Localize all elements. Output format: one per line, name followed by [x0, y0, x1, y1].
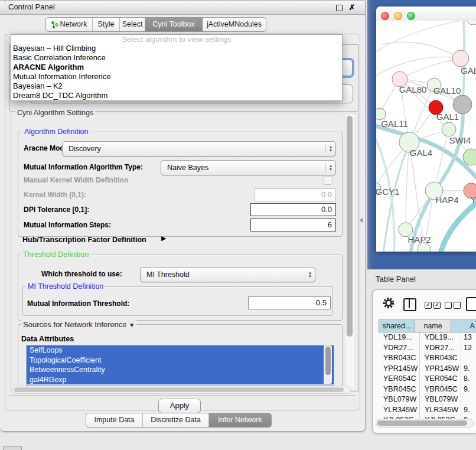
tab-label: Cyni Toolbox [152, 18, 194, 31]
column-header-name[interactable]: name [415, 320, 451, 332]
expand-right-icon[interactable]: ▶ [161, 234, 166, 242]
tab-label: Select [122, 18, 143, 31]
table-scrollbar-thumb[interactable] [377, 420, 467, 426]
deselect-all-columns-icon[interactable] [445, 300, 462, 309]
node-label-hap4: HAP4 [435, 195, 458, 205]
network-edge[interactable] [406, 142, 409, 230]
gear-icon[interactable] [382, 296, 395, 309]
mi-algorithm-type-value: Naive Bayes [161, 164, 325, 172]
dropdown-item-mutual-information-inference[interactable]: Mutual Information Inference [11, 72, 342, 81]
tab-cyni-toolbox[interactable]: Cyni Toolbox [145, 18, 203, 31]
attribute-item-betweennesscentrality[interactable]: BetweennessCentrality [27, 365, 334, 375]
node-label-swi4: SWI4 [449, 135, 471, 145]
control-panel-title: Control Panel [8, 2, 55, 11]
dropdown-item-bayesian-k2[interactable]: Bayesian – K2 [11, 81, 342, 91]
table-row[interactable]: YDL19...YDL19...13 [379, 332, 476, 343]
column-header-shared[interactable]: shared... [379, 320, 415, 332]
bottom-corner-widget[interactable] [3, 446, 22, 450]
table-row[interactable]: YPR145WYPR145W9. [379, 364, 476, 374]
attribute-item-gal4rgexp[interactable]: gal4RGexp [27, 375, 334, 385]
table-row[interactable]: YBR043CYBR043C [379, 353, 476, 364]
hub-definition-label[interactable]: Hub/Transcription Factor Definition [22, 236, 146, 244]
kernel-width-field[interactable]: 0.0 [254, 188, 336, 201]
mi-threshold-label: Mutual Information Threshold: [27, 299, 129, 308]
minimize-window-icon[interactable] [394, 12, 402, 20]
table-row[interactable]: YER054CYER054C8. [379, 374, 476, 384]
network-node-swi4[interactable] [463, 149, 476, 165]
float-panel-button[interactable] [334, 3, 344, 12]
table-row[interactable]: YLR345WYLR345W9. [379, 405, 476, 416]
sources-group-title[interactable]: Sources for Network Inference ▼ [21, 320, 136, 329]
tab-jactivemnodules[interactable]: jActiveMNodules [203, 18, 266, 31]
unchecked-box-icon [454, 302, 461, 309]
dropdown-item-bayesian-hill-climbing[interactable]: Bayesian – Hill Climbing [11, 44, 342, 53]
table-cell [461, 394, 476, 405]
checked-box-icon: ✓ [425, 302, 432, 309]
network-canvas[interactable]: GALGAL80GAL10GAL11GAL1SWI4GAL4GCY1HAP4YH… [376, 21, 476, 252]
table-row[interactable]: YDR27...YDR27...12 [379, 343, 476, 354]
columns-icon[interactable] [403, 298, 416, 311]
tab-style[interactable]: Style [93, 18, 120, 31]
network-edge[interactable] [382, 42, 461, 58]
manual-kernel-width-checkbox[interactable] [324, 176, 332, 185]
data-attributes-list[interactable]: SelfLoopsTopologicalCoefficientBetweenne… [26, 345, 334, 386]
data-attributes-label: Data Attributes [21, 335, 74, 343]
node-label-gal80: GAL80 [399, 84, 427, 94]
tab-select[interactable]: Select [120, 18, 145, 31]
attributes-scrollbar-thumb[interactable] [325, 347, 331, 375]
horizontal-scrollbar-thumb[interactable] [14, 387, 344, 392]
aracne-mode-combo[interactable]: Discovery ▲▼ [62, 141, 336, 156]
inner-panel-divider [9, 395, 356, 396]
attributes-list-scrollbar[interactable] [324, 345, 332, 384]
which-threshold-combo[interactable]: MI Threshold ▲▼ [140, 267, 315, 282]
settings-horizontal-scrollbar[interactable] [12, 386, 351, 394]
tab-infer-network[interactable]: Infer Network [209, 413, 271, 427]
zoom-window-icon[interactable] [407, 12, 415, 20]
mi-steps-field[interactable]: 6 [250, 219, 336, 231]
dropdown-item-aracne-algorithm[interactable]: ARACNE Algorithm [11, 63, 342, 72]
aracne-mode-value: Discovery [63, 145, 325, 153]
splitter-collapse-arrow[interactable] [360, 218, 363, 223]
node-label-gal10: GAL10 [433, 86, 461, 96]
table-horizontal-scrollbar[interactable] [376, 419, 474, 428]
network-edge[interactable] [376, 57, 461, 77]
mi-algorithm-type-combo[interactable]: Naive Bayes ▲▼ [161, 160, 336, 175]
network-edge[interactable] [440, 199, 476, 252]
close-window-icon[interactable] [381, 12, 389, 20]
settings-scrollbar-thumb[interactable] [347, 116, 353, 337]
tab-impute-data[interactable]: Impute Data [86, 413, 143, 427]
mi-steps-label: Mutual Information Steps: [24, 221, 111, 229]
attribute-item-selfloops[interactable]: SelfLoops [27, 345, 334, 356]
algorithm-dropdown-list: Select algorithm to view settings Bayesi… [11, 34, 343, 101]
table-cell: YDR27... [379, 343, 420, 354]
mi-threshold-field[interactable]: 0.5 [248, 296, 331, 309]
apply-button[interactable]: Apply [158, 399, 201, 413]
table-row[interactable]: YBL079WYBL079W [379, 394, 476, 405]
attribute-item-topologicalcoefficient[interactable]: TopologicalCoefficient [27, 356, 334, 366]
new-table-icon[interactable] [466, 297, 476, 311]
dpi-tolerance-field[interactable]: 0.0 [250, 203, 336, 216]
table-row[interactable]: YBR045CYBR045C9. [379, 384, 476, 395]
table-cell: YBR043C [420, 353, 461, 364]
table-header-row: shared...nameA [379, 319, 476, 332]
table-cell: YBR045C [379, 384, 420, 395]
float-window-icon [336, 5, 343, 11]
table-panel-header: Table Panel [367, 269, 476, 289]
network-edge[interactable] [376, 21, 473, 53]
select-all-columns-icon[interactable]: ✓ ✓ [425, 300, 442, 309]
close-panel-button[interactable]: ✗ [347, 3, 357, 12]
network-node-top-partial[interactable] [467, 21, 476, 25]
network-icon [51, 21, 58, 28]
column-header-a[interactable]: A [451, 320, 476, 332]
application-window: Control Panel ✗ NetworkStyleSelectCyni T… [0, 0, 476, 450]
tab-label: Discretize Data [151, 413, 201, 427]
network-node-gal11[interactable] [376, 108, 386, 120]
tab-discretize-data[interactable]: Discretize Data [143, 413, 209, 427]
settings-vertical-scrollbar[interactable] [345, 114, 354, 389]
tab-label: Network [60, 18, 87, 31]
dropdown-item-basic-correlation-inference[interactable]: Basic Correlation Inference [11, 53, 342, 63]
dropdown-item-dream8-dc-tdc-algorithm[interactable]: Dream8 DC_TDC Algorithm [11, 91, 342, 100]
tab-network[interactable]: Network [46, 18, 93, 31]
network-node-gal1[interactable] [442, 122, 456, 136]
network-node-gal7[interactable] [452, 50, 469, 67]
